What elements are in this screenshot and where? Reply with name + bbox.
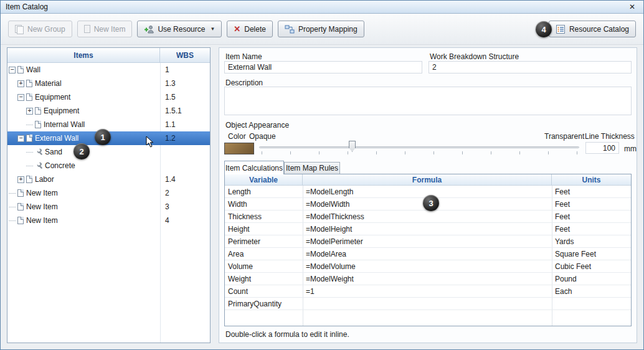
- wbs-column-header[interactable]: WBS: [160, 48, 210, 62]
- table-row-volume[interactable]: Volume =ModelVolume Cubic Feet: [225, 260, 631, 273]
- line-thickness-input[interactable]: [585, 142, 619, 154]
- table-row-weight[interactable]: Weight =ModelWeight Pound: [225, 273, 631, 285]
- tree-cell: − Wall: [7, 63, 160, 77]
- delete-button[interactable]: ✕ Delete: [227, 21, 273, 37]
- variable-cell: Length: [225, 187, 303, 196]
- item-page-icon: [17, 189, 24, 197]
- formula-cell[interactable]: =ModelWeight: [303, 275, 552, 283]
- wbs-value: 1.5.1: [160, 104, 210, 118]
- wbs-value: 1: [160, 63, 210, 77]
- formula-cell[interactable]: =ModelArea: [303, 250, 552, 258]
- tree-cell: + Labor: [7, 173, 160, 186]
- table-row-perimeter[interactable]: Perimeter =ModelPerimeter Yards: [225, 235, 631, 248]
- tree-row-new-item-2[interactable]: New Item 2: [7, 186, 210, 200]
- line-thickness-unit-label: mm: [624, 144, 637, 153]
- table-row-count[interactable]: Count =1 Each: [225, 285, 631, 298]
- item-page-icon: [17, 203, 24, 210]
- tree-row-wall[interactable]: − Wall 1: [7, 63, 210, 77]
- formula-cell[interactable]: =ModelVolume: [303, 262, 552, 271]
- tree-row-labor[interactable]: + Labor 1.4: [7, 173, 210, 186]
- tree-row-sand[interactable]: Sand: [7, 145, 210, 159]
- variable-cell: Thickness: [225, 212, 303, 221]
- units-cell: Cubic Feet: [552, 262, 631, 271]
- tree-rows: − Wall 1 + Material 1.3 −: [7, 63, 210, 227]
- tree-cell: − Equipment: [7, 90, 160, 104]
- wbs-value: 1.5: [160, 90, 210, 104]
- title-bar: Item Catalog ✕: [1, 1, 643, 14]
- formula-cell[interactable]: =ModelHeight: [303, 225, 552, 234]
- variable-cell: Height: [225, 225, 303, 234]
- resource-catalog-button[interactable]: Resource Catalog: [549, 21, 636, 37]
- expand-icon[interactable]: +: [26, 108, 33, 115]
- tree-row-equipment[interactable]: − Equipment 1.5: [7, 90, 210, 104]
- variable-column-header[interactable]: Variable: [225, 174, 303, 185]
- wbs-value: 1.4: [160, 173, 210, 186]
- expand-icon[interactable]: +: [17, 80, 24, 87]
- formula-column-header[interactable]: Formula: [303, 174, 552, 185]
- table-row-primary-quantity[interactable]: PrimaryQuantity: [225, 298, 631, 310]
- resource-catalog-icon: [556, 24, 566, 34]
- item-page-icon: [26, 176, 32, 183]
- wbs-input[interactable]: [429, 61, 632, 73]
- formula-cell[interactable]: =ModelPerimeter: [303, 237, 552, 246]
- property-mapping-button[interactable]: Property Mapping: [278, 21, 364, 37]
- description-label: Description: [225, 78, 263, 87]
- tree-row-equipment-child[interactable]: + Equipment 1.5.1: [7, 104, 210, 118]
- units-column-header[interactable]: Units: [552, 174, 631, 185]
- description-textarea[interactable]: [224, 87, 632, 115]
- item-catalog-window: Item Catalog ✕ New Group New Item Use Re…: [0, 0, 644, 350]
- new-item-icon: [84, 25, 90, 33]
- tree-row-concrete[interactable]: Concrete: [7, 159, 210, 173]
- item-name-input[interactable]: [224, 61, 422, 73]
- close-button[interactable]: ✕: [626, 2, 638, 12]
- use-resource-label: Use Resource: [158, 25, 205, 34]
- color-swatch[interactable]: [224, 143, 254, 154]
- wbs-value: 3: [160, 200, 210, 214]
- slider-tick-marks: [262, 151, 578, 154]
- table-row-area[interactable]: Area =ModelArea Square Feet: [225, 248, 631, 260]
- property-mapping-label: Property Mapping: [298, 25, 358, 34]
- delete-label: Delete: [244, 25, 266, 34]
- items-column-header[interactable]: Items: [7, 48, 160, 62]
- transparency-slider-thumb[interactable]: [349, 141, 356, 152]
- units-cell: Feet: [552, 212, 631, 221]
- tab-item-calculations[interactable]: Item Calculations: [224, 161, 284, 174]
- item-page-icon: [26, 135, 32, 142]
- table-row-thickness[interactable]: Thickness =ModelThickness Feet: [225, 210, 631, 223]
- mouse-cursor: [146, 136, 154, 148]
- variable-cell: Weight: [225, 275, 303, 283]
- variable-cell: Perimeter: [225, 237, 303, 246]
- tree-row-material[interactable]: + Material 1.3: [7, 77, 210, 90]
- formula-cell[interactable]: =ModelThickness: [303, 212, 552, 221]
- tree-row-internal-wall[interactable]: Internal Wall 1.1: [7, 118, 210, 131]
- tree-item-label: Equipment: [44, 106, 79, 115]
- formula-cell[interactable]: =ModelLength: [303, 187, 552, 196]
- new-group-button[interactable]: New Group: [8, 21, 72, 37]
- wbs-value: 2: [160, 186, 210, 200]
- formula-cell[interactable]: =1: [303, 287, 552, 296]
- tree-connector: [9, 207, 16, 207]
- callout-badge-3: 3: [423, 195, 439, 211]
- table-row-height[interactable]: Height =ModelHeight Feet: [225, 223, 631, 235]
- tab-item-map-rules[interactable]: Item Map Rules: [284, 162, 340, 174]
- item-page-icon: [17, 217, 24, 224]
- variable-cell: Area: [225, 250, 303, 258]
- item-page-icon: [26, 93, 32, 101]
- item-page-icon: [35, 107, 41, 115]
- new-item-label: New Item: [94, 25, 126, 34]
- collapse-icon[interactable]: −: [17, 94, 24, 101]
- collapse-icon[interactable]: −: [17, 135, 24, 142]
- new-item-button[interactable]: New Item: [77, 21, 133, 37]
- units-cell: Feet: [552, 225, 631, 234]
- close-icon: ✕: [629, 2, 635, 11]
- transparency-slider-track[interactable]: [259, 146, 579, 148]
- tree-item-label: Internal Wall: [44, 120, 85, 129]
- wbs-value: [160, 159, 210, 173]
- tree-item-label: Equipment: [35, 93, 70, 102]
- expand-icon[interactable]: +: [17, 176, 24, 183]
- item-page-icon: [17, 66, 24, 73]
- use-resource-button[interactable]: Use Resource ▼: [137, 21, 222, 37]
- collapse-icon[interactable]: −: [9, 67, 16, 73]
- tree-row-new-item-4[interactable]: New Item 4: [7, 214, 210, 227]
- tree-row-new-item-3[interactable]: New Item 3: [7, 200, 210, 214]
